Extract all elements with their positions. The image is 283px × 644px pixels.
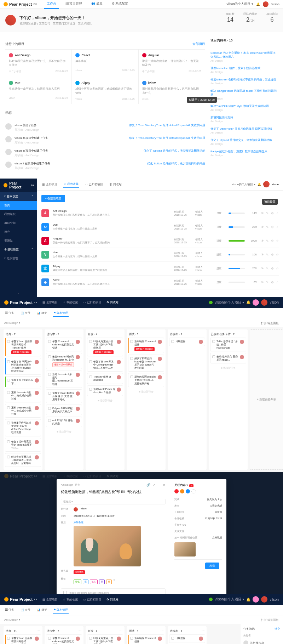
checkbox-icon[interactable] — [48, 407, 51, 410]
project-row[interactable]: 支 Alipay城镇中有那么多的酒馆，她却偏偏走进了我的酒馆 创建日期2018-… — [41, 262, 279, 276]
side-title[interactable]: 关联内容 ▾1 — [174, 483, 222, 487]
tab-archived[interactable]: ▭ 已归档项目 — [84, 181, 104, 188]
assignee-avatar[interactable] — [240, 340, 244, 344]
edit-icon[interactable]: ✎ — [266, 281, 269, 284]
assignee-avatar[interactable] — [35, 340, 39, 344]
task-card[interactable]: 改进transfer 时条列和 transfer 换...订位逾期 12月05日… — [46, 353, 82, 369]
add-card[interactable]: ⊕ 添加新任务 — [210, 365, 246, 371]
task-card[interactable]: 日期选择 — [169, 634, 205, 643]
assignee-avatar[interactable] — [117, 360, 121, 364]
checkbox-icon[interactable] — [130, 357, 133, 360]
star-icon[interactable]: ☆ — [276, 267, 279, 270]
column-menu-icon[interactable]: ⋯ — [120, 629, 122, 633]
sidebar-item[interactable]: 资源站 — [0, 236, 37, 245]
filter-toggle[interactable]: 打开 筛选面板 — [261, 321, 279, 325]
checkbox-icon[interactable] — [130, 340, 133, 343]
checkbox-icon[interactable] — [7, 456, 10, 458]
project-row[interactable]: ◆ iView那时候我只会想自己想要什么，从不想自己拥有什么 创建日期2018-… — [41, 276, 279, 289]
task-card[interactable]: 解决了所有已知 bug 修复 timepicker 展示 u拿 button 引… — [128, 355, 164, 372]
attachment-image[interactable] — [74, 526, 141, 566]
view-icon[interactable]: 👁 — [261, 239, 264, 243]
project-row[interactable]: ↻ Vue生命就像一盒巧克力，结果往往出人意料 创建日期2018-12-25 创… — [41, 220, 279, 234]
task-card[interactable]: 修复了组件高宽度设定 button 出现下方中... — [5, 438, 41, 452]
assignee-avatar[interactable] — [117, 375, 121, 379]
column-menu-icon[interactable]: ⋯ — [79, 332, 81, 336]
news-item[interactable]: Calendar 的UI文字重绘了 本来 DatePicker 的界面字体风格…… — [210, 49, 278, 64]
bell-icon[interactable]: 🔔 — [256, 2, 260, 6]
edit-icon[interactable]: ✎ — [266, 225, 269, 229]
checkbox-icon[interactable] — [89, 388, 92, 391]
checkbox-icon[interactable] — [212, 355, 215, 358]
nav-settings[interactable]: ⚙ 系统配置 — [109, 0, 131, 9]
column-menu-icon[interactable]: ⋯ — [202, 629, 204, 633]
assignee-avatar[interactable] — [158, 637, 162, 641]
assignee-avatar[interactable] — [76, 373, 80, 377]
assignee-avatar[interactable] — [35, 406, 39, 410]
checkbox-icon[interactable] — [130, 637, 133, 640]
close-icon[interactable]: ✕ — [163, 483, 166, 487]
assignee-avatar[interactable] — [76, 407, 80, 411]
assignee-avatar[interactable] — [35, 455, 39, 459]
topnav-fav[interactable]: ☆ 我的收藏 — [63, 300, 78, 304]
project-row[interactable]: A Ant Design那时候我只会想自己想要什么，从不想自己拥有什么 创建日期… — [41, 207, 279, 220]
sidebar-item-org[interactable]: □ 组织管理 — [0, 254, 37, 263]
assignee-avatar[interactable] — [35, 637, 39, 641]
assignee-avatar[interactable] — [240, 355, 244, 359]
activity-link[interactable]: 优化了 Upload 组件的样式，增加预览及删除功能 — [144, 149, 205, 153]
exec-avatar[interactable] — [74, 507, 78, 512]
task-card[interactable]: 新增的页面demo相关代码 没问题...日期已被展开有 — [128, 373, 164, 387]
tab-fav[interactable]: ☆ 我的收藏 — [63, 181, 79, 188]
star-icon[interactable]: ☆ — [276, 211, 279, 215]
view-icon[interactable]: 👁 — [261, 225, 264, 229]
task-card[interactable]: 新添响应 Comment 组件逾期12月29日截止 — [128, 338, 164, 353]
modal-breadcrumb[interactable]: Ant Design · 待办 — [61, 483, 80, 487]
task-card[interactable]: 修复了 Icon 里面独有的日期格式 Transfer 组件逾期12月29日截止 — [5, 338, 41, 356]
member-dot[interactable] — [186, 489, 190, 493]
assignee-avatar[interactable] — [35, 391, 39, 395]
sidebar-item[interactable]: 项目空间 — [0, 219, 37, 227]
bell-icon[interactable]: 🔔 — [246, 300, 250, 304]
subtab-file[interactable]: 📄 文件 — [20, 310, 31, 317]
star-icon[interactable]: ☆ — [276, 253, 279, 256]
attachment-thumb[interactable] — [174, 542, 196, 557]
checkbox-icon[interactable] — [48, 355, 51, 358]
add-card[interactable]: ⊕ 添加新任务 — [128, 389, 164, 395]
assignee-avatar[interactable] — [76, 419, 80, 423]
setting-icon[interactable]: ⚙ — [271, 239, 274, 243]
status-select[interactable]: 已完成 ▾ — [61, 499, 166, 504]
checkbox-icon[interactable] — [89, 637, 92, 640]
subtab-task[interactable]: ☰ 任务 — [4, 310, 15, 317]
nav-members[interactable]: 👥 成员 — [88, 0, 105, 9]
side-meta-row[interactable]: 开始时间未设置 — [174, 509, 222, 515]
edit-icon[interactable]: ✎ — [266, 211, 269, 215]
task-card[interactable]: 修复了在 vue 开发中 ConfigProvider 情况...不允许未改 — [87, 358, 123, 372]
assignee-avatar[interactable] — [35, 360, 39, 364]
priority-tag[interactable]: 非常紧急 — [74, 570, 85, 574]
task-card[interactable]: Eclipse 2019-03程序员关于文最点中 — [46, 405, 82, 415]
task-card[interactable]: 日期选择 — [169, 338, 205, 346]
expand-icon[interactable]: ⤢ — [152, 483, 155, 487]
nav-projects[interactable]: ▦ 项目管理 — [63, 0, 85, 9]
breadcrumb[interactable]: Ant Design ▾ — [4, 321, 20, 325]
user-avatar[interactable] — [263, 1, 268, 7]
assignee-avatar[interactable] — [35, 421, 39, 425]
brand-logo[interactable]: Pear Project2.0 — [0, 179, 37, 192]
checkbox-icon[interactable] — [7, 637, 10, 640]
avatar[interactable] — [253, 299, 259, 306]
task-card[interactable]: 新添响应 Comment 组件逾期12月29日截止 — [128, 634, 164, 644]
news-item[interactable]: Badge 的红外辐射，温度计数字动态效果显示Ant Design — [210, 147, 278, 159]
checkbox-icon[interactable] — [89, 340, 92, 343]
view-icon[interactable]: 👁 — [261, 253, 264, 256]
news-item[interactable]: 新增阿拉伯语支持Ant Design — [210, 113, 278, 125]
clear-filter[interactable]: 清空 — [275, 627, 280, 631]
news-item[interactable]: 修复了 DatePicker 目前月份选择后 日历页跳转错Ant Design — [210, 125, 278, 136]
task-card[interactable]: 修复了在 Pc 浏览器下... — [5, 376, 41, 387]
add-card[interactable]: ⊕ 添加新任务 — [87, 397, 123, 404]
star-icon[interactable]: ☆ — [276, 225, 279, 229]
activity-link[interactable]: 修复了 Tree.DirectoryTree 组件 defaultExpandA… — [129, 136, 205, 140]
column-menu-icon[interactable]: ⋯ — [243, 332, 246, 336]
add-tag-icon[interactable]: ⊕ — [113, 578, 115, 584]
column-menu-icon[interactable]: ⋯ — [161, 629, 163, 633]
side-meta-row[interactable]: 发布未设定完成 — [174, 503, 222, 509]
task-card[interactable]: 新增MonthPicker 组件 option 3 最低 — [87, 385, 123, 396]
